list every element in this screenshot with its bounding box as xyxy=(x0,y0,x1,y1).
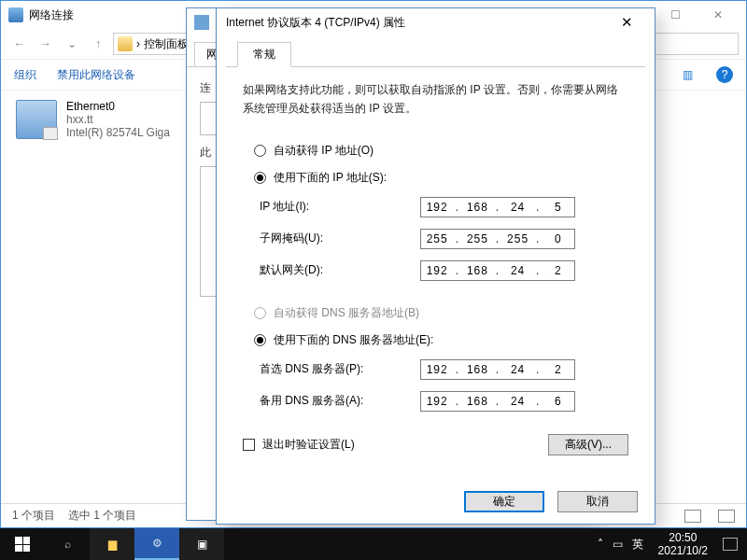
view-mode-large-icon[interactable] xyxy=(684,510,701,523)
view-mode-details-icon[interactable] xyxy=(718,510,735,523)
task-control-panel[interactable]: ⚙ xyxy=(134,528,179,560)
status-count: 1 个项目 xyxy=(12,508,55,524)
up-icon[interactable]: ↑ xyxy=(87,33,109,55)
tray-chevron-icon[interactable]: ˄ xyxy=(598,538,603,551)
radio-manual-dns-label: 使用下面的 DNS 服务器地址(E): xyxy=(274,332,433,348)
cancel-button[interactable]: 取消 xyxy=(557,491,638,512)
tray-notifications-icon[interactable] xyxy=(723,538,738,551)
dns2-label: 备用 DNS 服务器(A): xyxy=(243,393,420,409)
start-button[interactable] xyxy=(0,528,45,560)
ethernet-icon xyxy=(194,15,209,30)
folder-icon xyxy=(118,36,133,51)
back-icon[interactable]: ← xyxy=(8,33,31,55)
help-icon[interactable]: ? xyxy=(716,66,733,83)
close-button[interactable]: ✕ xyxy=(697,1,739,29)
mask-input[interactable]: 255. 255. 255. 0 xyxy=(420,229,575,249)
gateway-input[interactable]: 192. 168. 24. 2 xyxy=(420,260,575,281)
field-ip: IP 地址(I): 192. 168. 24. 5 xyxy=(243,197,628,217)
dns2-input[interactable]: 192. 168. 24. 6 xyxy=(420,391,575,412)
tray-clock[interactable]: 20:50 2021/10/2 xyxy=(653,531,713,558)
radio-icon xyxy=(254,334,266,346)
radio-manual-ip-label: 使用下面的 IP 地址(S): xyxy=(274,170,387,186)
tab-general[interactable]: 常规 xyxy=(237,42,291,67)
radio-auto-dns-label: 自动获得 DNS 服务器地址(B) xyxy=(274,305,419,321)
tray-network-icon[interactable]: ▭ xyxy=(613,538,623,551)
windows-icon xyxy=(15,537,30,552)
search-button[interactable]: ⌕ xyxy=(45,528,90,560)
radio-manual-dns[interactable]: 使用下面的 DNS 服务器地址(E): xyxy=(254,332,628,348)
dlg2-close-button[interactable]: ✕ xyxy=(608,9,645,35)
adapter-name: Ethernet0 xyxy=(66,100,170,113)
ok-button[interactable]: 确定 xyxy=(464,491,544,512)
dlg2-titlebar[interactable]: Internet 协议版本 4 (TCP/IPv4) 属性 ✕ xyxy=(217,8,655,36)
dns1-label: 首选 DNS 服务器(P): xyxy=(243,361,420,377)
radio-icon xyxy=(254,145,266,157)
validate-row: 退出时验证设置(L) 高级(V)... xyxy=(243,434,628,455)
status-selected: 选中 1 个项目 xyxy=(68,508,136,524)
dlg2-footer: 确定 取消 xyxy=(464,491,638,512)
radio-icon xyxy=(254,307,266,319)
breadcrumb-sep: › xyxy=(136,37,140,50)
dns1-input[interactable]: 192. 168. 24. 2 xyxy=(420,359,575,380)
forward-icon[interactable]: → xyxy=(35,33,57,55)
tray-ime[interactable]: 英 xyxy=(632,537,643,553)
adapter-driver: Intel(R) 82574L Giga xyxy=(66,126,170,139)
field-gateway: 默认网关(D): 192. 168. 24. 2 xyxy=(243,260,628,281)
field-mask: 子网掩码(U): 255. 255. 255. 0 xyxy=(243,229,628,249)
cmd-organize[interactable]: 组织 xyxy=(14,67,36,83)
details-icon[interactable]: ▥ xyxy=(679,66,696,83)
tray-date: 2021/10/2 xyxy=(658,544,708,557)
tray-time: 20:50 xyxy=(658,531,708,544)
task-explorer[interactable]: ▆ xyxy=(90,528,134,560)
ip-label: IP 地址(I): xyxy=(243,199,420,215)
radio-icon xyxy=(254,172,266,184)
validate-label: 退出时验证设置(L) xyxy=(262,437,355,453)
taskbar: ⌕ ▆ ⚙ ▣ ˄ ▭ 英 20:50 2021/10/2 xyxy=(0,528,747,560)
radio-auto-dns: 自动获得 DNS 服务器地址(B) xyxy=(254,305,628,321)
dlg2-body: 如果网络支持此功能，则可以获取自动指派的 IP 设置。否则，你需要从网络系统管理… xyxy=(217,67,655,465)
adapter-domain: hxx.tt xyxy=(66,113,170,126)
system-tray: ˄ ▭ 英 20:50 2021/10/2 xyxy=(588,531,747,558)
adapter-info: Ethernet0 hxx.tt Intel(R) 82574L Giga xyxy=(66,100,170,139)
radio-auto-ip[interactable]: 自动获得 IP 地址(O) xyxy=(254,143,628,159)
adapter-icon xyxy=(16,100,57,139)
ipv4-properties-dialog: Internet 协议版本 4 (TCP/IPv4) 属性 ✕ 常规 如果网络支… xyxy=(216,7,655,525)
advanced-button[interactable]: 高级(V)... xyxy=(548,434,628,455)
dlg2-description: 如果网络支持此功能，则可以获取自动指派的 IP 设置。否则，你需要从网络系统管理… xyxy=(243,80,628,119)
ip-input[interactable]: 192. 168. 24. 5 xyxy=(420,197,575,217)
field-dns2: 备用 DNS 服务器(A): 192. 168. 24. 6 xyxy=(243,391,628,412)
gateway-label: 默认网关(D): xyxy=(243,262,420,278)
chevron-down-icon[interactable]: ⌄ xyxy=(61,33,83,55)
validate-checkbox[interactable] xyxy=(243,439,255,451)
network-icon xyxy=(8,7,23,22)
radio-auto-ip-label: 自动获得 IP 地址(O) xyxy=(274,143,374,159)
field-dns1: 首选 DNS 服务器(P): 192. 168. 24. 2 xyxy=(243,359,628,380)
mask-label: 子网掩码(U): xyxy=(243,231,420,246)
radio-manual-ip[interactable]: 使用下面的 IP 地址(S): xyxy=(254,170,628,186)
dlg2-title: Internet 协议版本 4 (TCP/IPv4) 属性 xyxy=(226,15,608,31)
task-terminal[interactable]: ▣ xyxy=(179,528,224,560)
cmd-disable-device[interactable]: 禁用此网络设备 xyxy=(57,67,135,83)
maximize-button[interactable]: ☐ xyxy=(655,1,697,29)
breadcrumb-text: 控制面板 xyxy=(144,36,189,52)
dlg2-tabs: 常规 xyxy=(217,36,655,67)
